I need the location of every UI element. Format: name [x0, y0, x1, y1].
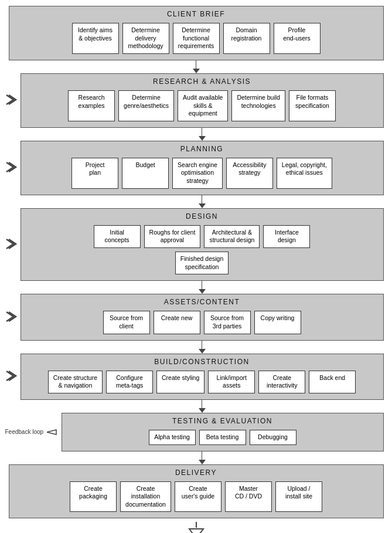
- testing-title: TESTING & EVALUATION: [67, 417, 379, 425]
- final-arrow-icon: [188, 528, 204, 533]
- build-section: BUILD/CONSTRUCTION Create structure& nav…: [21, 354, 384, 400]
- final-arrow-stem: [196, 522, 197, 528]
- planning-section: PLANNING Projectplan Budget Search engin…: [21, 141, 384, 195]
- arrow-line-1: [196, 60, 197, 69]
- design-section: DESIGN Initialconcepts Roughs for client…: [21, 208, 384, 281]
- research-chevron-container: [5, 93, 19, 108]
- item-roughs: Roughs for clientapproval: [144, 225, 201, 248]
- delivery-items: Createpackaging Createinstallationdocume…: [14, 481, 379, 512]
- item-upload-site: Upload /install site: [275, 481, 322, 512]
- item-create-structure: Create structure& navigation: [48, 371, 103, 393]
- design-title: DESIGN: [26, 212, 379, 220]
- feedback-loop-label: Feedback loop: [5, 429, 44, 435]
- research-title: RESEARCH & ANALYSIS: [26, 77, 379, 86]
- arrow-line-6: [202, 400, 203, 408]
- item-identify-aims: Identify aims& objectives: [72, 23, 119, 54]
- connector-6: [199, 400, 206, 413]
- assets-chevron-icon: [5, 310, 19, 324]
- item-alpha-testing: Alpha testing: [149, 430, 196, 445]
- research-section: RESEARCH & ANALYSIS Researchexamples Det…: [21, 73, 384, 128]
- client-brief-items: Identify aims& objectives Determinedeliv…: [14, 23, 379, 54]
- connector-4: [199, 281, 206, 294]
- arrow-head-6: [199, 408, 206, 413]
- item-create-new: Create new: [154, 311, 200, 334]
- assets-items: Source fromclient Create new Source from…: [26, 311, 379, 334]
- flow-diagram: CLIENT BRIEF Identify aims& objectives D…: [9, 6, 384, 533]
- item-accessibility: Accessibilitystrategy: [226, 158, 273, 189]
- design-chevron-container: [5, 237, 19, 252]
- testing-section: TESTING & EVALUATION Alpha testing Beta …: [62, 413, 384, 451]
- arrow-head-7: [199, 460, 206, 464]
- connector-7: [199, 451, 206, 464]
- assets-wrapper: ASSETS/CONTENT Source fromclient Create …: [9, 294, 384, 340]
- design-wrapper: DESIGN Initialconcepts Roughs for client…: [9, 208, 384, 281]
- arrow-head-5: [199, 349, 206, 354]
- item-functional-req: Determinefunctionalrequirements: [173, 23, 220, 54]
- item-configure-metatags: Configuremeta-tags: [106, 371, 153, 393]
- build-chevron-icon: [5, 369, 19, 383]
- item-create-interactivity: Createinteractivity: [258, 371, 305, 393]
- item-interface-design: Interfacedesign: [263, 225, 310, 248]
- connector-1: [193, 60, 200, 73]
- item-project-plan: Projectplan: [71, 158, 118, 189]
- item-users-guide: Createuser's guide: [175, 481, 221, 512]
- build-items: Create structure& navigation Configureme…: [26, 371, 379, 393]
- item-research-examples: Researchexamples: [68, 90, 115, 121]
- planning-wrapper: PLANNING Projectplan Budget Search engin…: [9, 141, 384, 195]
- build-wrapper: BUILD/CONSTRUCTION Create structure& nav…: [9, 354, 384, 400]
- item-genre-aesthetics: Determinegenre/aesthetics: [118, 90, 174, 121]
- item-installation-docs: Createinstallationdocumentation: [120, 481, 171, 512]
- arrow-line-4: [202, 281, 203, 289]
- assets-chevron-container: [5, 310, 19, 325]
- item-copy-writing: Copy writing: [254, 311, 301, 334]
- assets-section: ASSETS/CONTENT Source fromclient Create …: [21, 294, 384, 340]
- item-create-packaging: Createpackaging: [70, 481, 117, 512]
- planning-title: PLANNING: [26, 145, 379, 153]
- arrow-line-5: [202, 341, 203, 349]
- planning-chevron-container: [5, 160, 19, 175]
- item-build-tech: Determine buildtechnologies: [231, 90, 285, 121]
- build-title: BUILD/CONSTRUCTION: [26, 358, 379, 366]
- item-source-3rd: Source from3rd parties: [204, 311, 251, 334]
- design-items-row2: Finished designspecification: [26, 252, 379, 274]
- item-source-client: Source fromclient: [103, 311, 150, 334]
- arrow-head-2: [199, 136, 206, 141]
- research-wrapper: RESEARCH & ANALYSIS Researchexamples Det…: [9, 73, 384, 128]
- item-back-end: Back end: [309, 371, 356, 393]
- arrow-head-4: [199, 289, 206, 294]
- assets-title: ASSETS/CONTENT: [26, 298, 379, 306]
- arrow-line-2: [202, 128, 203, 136]
- delivery-title: DELIVERY: [14, 469, 379, 477]
- item-seo: Search engineoptimisationstrategy: [172, 158, 223, 189]
- item-beta-testing: Beta testing: [199, 430, 246, 445]
- design-chevron-icon: [5, 237, 19, 251]
- item-profile-users: Profileend-users: [274, 23, 321, 54]
- item-initial-concepts: Initialconcepts: [94, 225, 141, 248]
- item-domain-reg: Domainregistration: [223, 23, 270, 54]
- build-chevron-container: [5, 369, 19, 384]
- item-legal: Legal, copyright,ethical issues: [277, 158, 332, 189]
- connector-3: [199, 195, 206, 208]
- client-brief-section: CLIENT BRIEF Identify aims& objectives D…: [9, 6, 384, 60]
- item-finished-design: Finished designspecification: [175, 252, 229, 274]
- final-arrow-container: [188, 522, 204, 533]
- arrow-head-3: [199, 203, 206, 208]
- feedback-loop-container: Feedback loop: [5, 426, 58, 438]
- research-items: Researchexamples Determinegenre/aestheti…: [26, 90, 379, 121]
- arrow-head-1: [193, 69, 200, 73]
- item-master-cd: MasterCD / DVD: [225, 481, 272, 512]
- research-chevron-icon: [5, 93, 19, 107]
- feedback-arrow-icon: [46, 426, 57, 438]
- arrow-line-7: [202, 451, 203, 460]
- testing-wrapper: Feedback loop TESTING & EVALUATION Alpha…: [9, 413, 384, 451]
- svg-marker-0: [47, 430, 56, 434]
- delivery-section: DELIVERY Createpackaging Createinstallat…: [9, 464, 384, 519]
- item-create-styling: Create styling: [156, 371, 204, 393]
- design-items-row1: Initialconcepts Roughs for clientapprova…: [26, 225, 379, 248]
- connector-2: [199, 128, 206, 141]
- arrow-line-3: [202, 195, 203, 203]
- item-file-formats: File formatsspecification: [289, 90, 336, 121]
- item-link-import: Link/importassets: [208, 371, 255, 393]
- item-audit-skills: Audit availableskills &equipment: [178, 90, 228, 121]
- item-debugging: Debugging: [250, 430, 296, 445]
